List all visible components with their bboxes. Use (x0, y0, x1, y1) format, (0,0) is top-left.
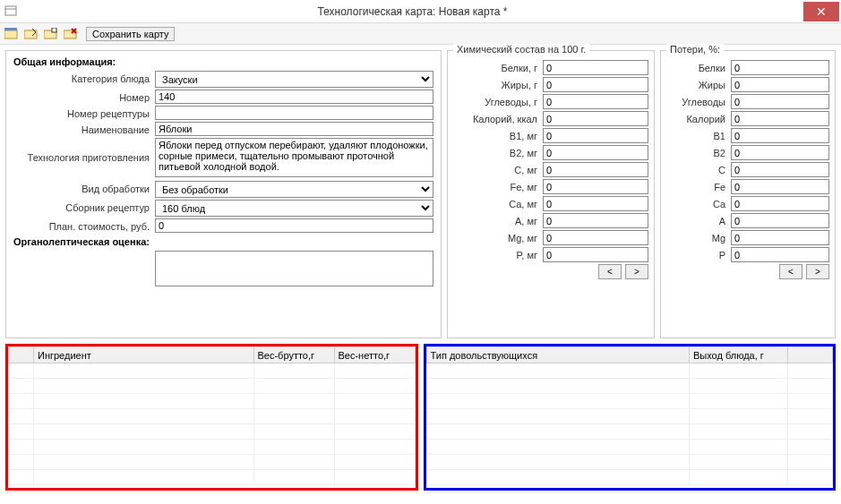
ingredients-table-wrap: Ингредиент Вес-брутто,г Вес-нетто,г (5, 344, 418, 491)
chem-title: Химический состав на 100 г. (453, 44, 589, 55)
plan-cost-label: План. стоимость, руб. (13, 218, 155, 232)
chem-next-button[interactable]: > (625, 264, 648, 279)
recipe-book-label: Сборник рецептур (13, 200, 155, 213)
chem-label: C, мг (453, 165, 543, 175)
chem-label: Калорий, ккал (453, 114, 543, 124)
number-input[interactable] (155, 90, 433, 104)
table-row[interactable] (426, 455, 833, 470)
loss-label: Белки (666, 63, 731, 73)
table-header[interactable] (788, 347, 833, 363)
category-label: Категория блюда (13, 71, 155, 84)
svg-rect-3 (4, 28, 17, 30)
chem-label: Жиры, г (453, 80, 543, 90)
loss-input[interactable] (731, 162, 829, 177)
table-header[interactable]: Вес-брутто,г (253, 347, 334, 363)
chem-input[interactable] (543, 162, 648, 177)
loss-input[interactable] (731, 111, 829, 126)
toolbar-icon-4[interactable] (63, 27, 79, 41)
output-table[interactable]: Тип довольствующихся Выход блюда, г (426, 346, 834, 485)
organoleptic-title: Органолептическая оценка: (13, 236, 433, 247)
table-row[interactable] (9, 363, 416, 379)
plan-cost-input[interactable] (155, 218, 433, 233)
loss-input[interactable] (731, 77, 829, 92)
proc-type-select[interactable]: Без обработки (155, 181, 433, 198)
table-row[interactable] (426, 394, 833, 409)
loss-input[interactable] (731, 60, 829, 75)
toolbar-icon-3[interactable] (43, 27, 59, 41)
loss-label: B1 (666, 131, 731, 141)
loss-label: Fe (666, 182, 731, 192)
table-header[interactable] (9, 347, 34, 363)
chem-input[interactable] (543, 230, 648, 245)
close-button[interactable]: ✕ (803, 2, 839, 21)
toolbar-icon-1[interactable] (4, 27, 20, 41)
loss-label: Жиры (666, 80, 731, 90)
organoleptic-textarea[interactable] (155, 251, 433, 286)
chem-input[interactable] (543, 196, 648, 211)
chem-panel: Химический состав на 100 г. Белки, гЖиры… (447, 50, 655, 338)
table-row[interactable] (9, 440, 416, 455)
tech-textarea[interactable]: Яблоки перед отпуском перебирают, удаляю… (155, 138, 433, 177)
table-row[interactable] (426, 440, 833, 455)
loss-input[interactable] (731, 213, 829, 228)
table-row[interactable] (426, 409, 833, 424)
chem-input[interactable] (543, 213, 648, 228)
table-row[interactable] (9, 394, 416, 409)
table-row[interactable] (426, 470, 833, 485)
chem-input[interactable] (543, 77, 648, 92)
loss-label: A (666, 216, 731, 226)
app-icon (0, 5, 21, 18)
table-row[interactable] (426, 379, 833, 394)
name-input[interactable] (155, 122, 433, 136)
table-row[interactable] (9, 424, 416, 440)
chem-label: Белки, г (453, 63, 543, 73)
chem-input[interactable] (543, 60, 648, 75)
recipe-number-input[interactable] (155, 106, 433, 120)
toolbar-icon-2[interactable] (23, 27, 39, 41)
svg-rect-0 (5, 6, 16, 15)
svg-rect-2 (4, 30, 17, 38)
chem-input[interactable] (543, 128, 648, 143)
loss-title: Потери, %: (666, 44, 724, 55)
table-header[interactable]: Тип довольствующихся (426, 347, 690, 363)
table-header[interactable]: Выход блюда, г (690, 347, 788, 363)
output-table-wrap: Тип довольствующихся Выход блюда, г (424, 344, 837, 491)
loss-input[interactable] (731, 230, 829, 245)
table-row[interactable] (9, 470, 416, 485)
loss-input[interactable] (731, 196, 829, 211)
chem-label: Ca, мг (453, 199, 543, 209)
chem-label: B1, мг (453, 131, 543, 141)
loss-panel: Потери, %: БелкиЖирыУглеводыКалорийB1B2C… (660, 50, 836, 338)
table-row[interactable] (426, 363, 833, 379)
general-info-title: Общая информация: (13, 56, 433, 67)
chem-input[interactable] (543, 145, 648, 160)
chem-input[interactable] (543, 179, 648, 194)
recipe-book-select[interactable]: 160 блюд (155, 200, 433, 217)
chem-input[interactable] (543, 247, 648, 262)
save-card-button[interactable]: Сохранить карту (86, 27, 175, 41)
loss-input[interactable] (731, 145, 829, 160)
loss-label: P (666, 250, 731, 261)
chem-label: Mg, мг (453, 233, 543, 243)
category-select[interactable]: Закуски (155, 71, 433, 88)
loss-input[interactable] (731, 94, 829, 109)
table-row[interactable] (9, 455, 416, 470)
loss-input[interactable] (731, 128, 829, 143)
loss-input[interactable] (731, 179, 829, 194)
svg-rect-6 (52, 28, 56, 32)
table-row[interactable] (426, 424, 833, 440)
loss-next-button[interactable]: > (806, 264, 829, 279)
table-row[interactable] (9, 409, 416, 424)
loss-prev-button[interactable]: < (779, 264, 802, 279)
ingredients-table[interactable]: Ингредиент Вес-брутто,г Вес-нетто,г (8, 346, 416, 485)
table-header[interactable]: Вес-нетто,г (334, 347, 415, 363)
table-header[interactable]: Ингредиент (34, 347, 254, 363)
loss-label: B2 (666, 148, 731, 158)
chem-label: P, мг (453, 250, 543, 261)
chem-input[interactable] (543, 94, 648, 109)
chem-input[interactable] (543, 111, 648, 126)
table-row[interactable] (9, 379, 416, 394)
proc-type-label: Вид обработки (13, 181, 155, 194)
loss-input[interactable] (731, 247, 829, 262)
chem-prev-button[interactable]: < (598, 264, 622, 279)
